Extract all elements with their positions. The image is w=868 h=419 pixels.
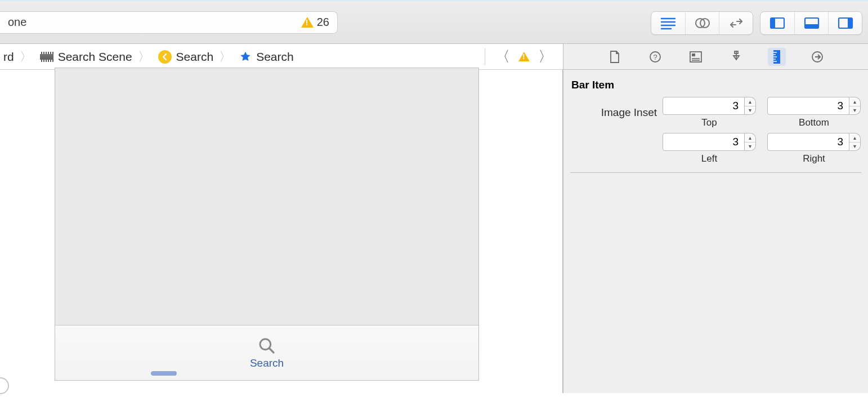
tab-bar[interactable]: Search xyxy=(55,325,478,380)
inset-bottom-stepper[interactable]: ▴▾ xyxy=(849,97,861,115)
jump-bar-divider xyxy=(485,48,485,65)
breadcrumb-item-0[interactable]: rd 〉 xyxy=(0,48,37,65)
inspector-body: Bar Item Image Inset ▴▾ Top ▴▾ xyxy=(563,70,868,180)
inset-top-field[interactable]: ▴▾ xyxy=(663,97,756,115)
stepper-down-icon[interactable]: ▾ xyxy=(745,106,755,115)
image-inset-row-1: Image Inset ▴▾ Top ▴▾ Bo xyxy=(570,97,861,128)
file-icon xyxy=(609,50,621,64)
svg-rect-11 xyxy=(848,18,852,28)
inset-left-field[interactable]: ▴▾ xyxy=(663,133,756,151)
lines-icon xyxy=(660,16,677,30)
editor-mode-group xyxy=(651,11,753,35)
tab-item-search[interactable]: Search xyxy=(250,337,284,369)
svg-rect-9 xyxy=(805,24,818,28)
breadcrumb-0-label: rd xyxy=(3,50,14,64)
chevron-right-icon: 〉 xyxy=(218,48,232,65)
inset-top-stepper[interactable]: ▴▾ xyxy=(745,97,756,115)
history-back-button[interactable]: 〈 xyxy=(495,47,510,66)
warning-icon[interactable] xyxy=(518,52,530,61)
canvas-area[interactable]: Search xyxy=(0,70,563,393)
svg-line-13 xyxy=(269,348,274,353)
breadcrumb-3-label: Search xyxy=(256,50,294,64)
connections-inspector-tab[interactable] xyxy=(808,48,826,66)
ruler-icon xyxy=(772,50,781,64)
inset-bottom-sublabel: Bottom xyxy=(799,117,829,128)
inset-bottom-field[interactable]: ▴▾ xyxy=(767,97,861,115)
chevron-right-icon: 〉 xyxy=(19,48,33,65)
view-controller-icon xyxy=(158,50,172,64)
chevron-right-icon: 〉 xyxy=(137,48,151,65)
warning-icon xyxy=(301,17,314,28)
image-inset-label: Image Inset xyxy=(570,106,657,119)
panel-right-icon xyxy=(837,16,854,30)
stepper-up-icon[interactable]: ▴ xyxy=(849,133,860,142)
inset-left-sublabel: Left xyxy=(701,153,717,164)
version-editor-button[interactable] xyxy=(719,12,753,34)
panel-bottom-icon xyxy=(803,16,820,30)
issues-count: 26 xyxy=(317,16,329,29)
toggle-debug-area-button[interactable] xyxy=(794,12,828,34)
tabbar-item-icon xyxy=(239,51,252,63)
connections-arrow-icon xyxy=(811,50,824,64)
breadcrumb-item-1[interactable]: Search Scene 〉 xyxy=(37,48,155,65)
device-label: one xyxy=(8,16,301,29)
stepper-up-icon[interactable]: ▴ xyxy=(745,133,755,142)
inset-top-sublabel: Top xyxy=(701,117,717,128)
file-inspector-tab[interactable] xyxy=(606,48,624,66)
inset-right-input[interactable] xyxy=(767,133,849,151)
activity-status-field[interactable]: one 26 xyxy=(0,11,338,34)
inset-right-sublabel: Right xyxy=(803,153,825,164)
slider-arrow-icon xyxy=(730,50,742,64)
question-circle-icon: ? xyxy=(648,50,662,64)
quick-help-tab[interactable]: ? xyxy=(646,48,664,66)
inspector-panel: ? xyxy=(563,44,868,393)
inspector-tab-bar: ? xyxy=(563,44,868,70)
top-toolbar: one 26 xyxy=(0,0,868,44)
canvas-hint-circle xyxy=(0,377,9,394)
inset-left-input[interactable] xyxy=(663,133,745,151)
history-forward-button[interactable]: 〉 xyxy=(538,47,553,66)
attributes-inspector-tab[interactable] xyxy=(727,48,745,66)
issues-indicator[interactable]: 26 xyxy=(301,16,329,29)
arrows-swap-icon xyxy=(728,16,745,30)
overlap-circles-icon xyxy=(694,16,711,30)
search-icon xyxy=(258,337,276,355)
stepper-down-icon[interactable]: ▾ xyxy=(849,106,860,115)
breadcrumb-1-label: Search Scene xyxy=(58,50,132,64)
breadcrumb-item-3[interactable]: Search xyxy=(236,50,297,64)
device-preview[interactable]: Search xyxy=(55,68,479,381)
panel-visibility-group xyxy=(760,11,862,35)
inset-right-field[interactable]: ▴▾ xyxy=(767,133,861,151)
tab-item-label: Search xyxy=(250,357,284,369)
stepper-up-icon[interactable]: ▴ xyxy=(849,97,860,106)
inset-top-input[interactable] xyxy=(663,97,745,115)
size-inspector-tab[interactable] xyxy=(768,48,786,66)
breadcrumb-item-2[interactable]: Search 〉 xyxy=(155,48,236,65)
storyboard-scene-icon xyxy=(40,52,53,62)
stepper-down-icon[interactable]: ▾ xyxy=(745,142,755,151)
svg-rect-17 xyxy=(692,54,695,56)
id-card-icon xyxy=(689,51,703,63)
svg-rect-7 xyxy=(771,18,775,28)
image-inset-row-2: ▴▾ Left ▴▾ Right xyxy=(570,133,861,164)
inset-right-stepper[interactable]: ▴▾ xyxy=(849,133,861,151)
inspector-section-divider xyxy=(570,172,861,173)
stepper-down-icon[interactable]: ▾ xyxy=(849,142,860,151)
inset-left-stepper[interactable]: ▴▾ xyxy=(745,133,756,151)
stepper-up-icon[interactable]: ▴ xyxy=(745,97,755,106)
inset-bottom-input[interactable] xyxy=(767,97,849,115)
toggle-navigator-button[interactable] xyxy=(760,12,794,34)
breadcrumb-2-label: Search xyxy=(176,50,214,64)
home-indicator xyxy=(151,371,177,376)
svg-text:?: ? xyxy=(653,53,657,61)
section-title: Bar Item xyxy=(570,77,861,97)
identity-inspector-tab[interactable] xyxy=(687,48,705,66)
toggle-inspector-button[interactable] xyxy=(828,12,862,34)
toolbar-right-buttons xyxy=(651,11,862,35)
assistant-editor-button[interactable] xyxy=(685,12,719,34)
panel-left-icon xyxy=(769,16,786,30)
jump-bar: rd 〉 Search Scene 〉 Search 〉 Search xyxy=(0,44,563,70)
standard-editor-button[interactable] xyxy=(651,12,685,34)
